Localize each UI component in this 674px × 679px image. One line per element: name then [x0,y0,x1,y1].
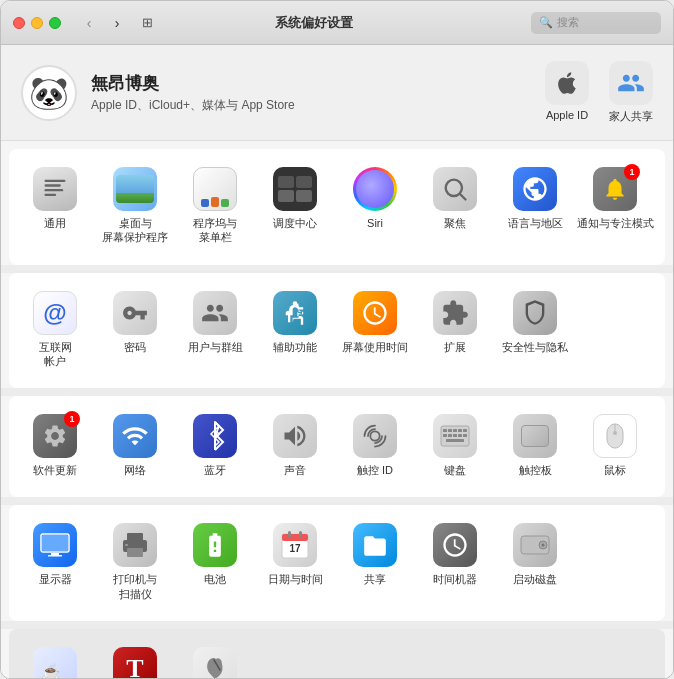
desktop-item[interactable]: 桌面与屏幕保护程序 [97,159,173,251]
software-update-item[interactable]: 1 软件更新 [17,406,93,483]
ntfs-icon: T [113,647,157,678]
mission-control-label: 调度中心 [273,216,317,230]
sharing-item[interactable]: 共享 [337,515,413,607]
siri-item[interactable]: Siri [337,159,413,251]
sound-item[interactable]: 声音 [257,406,333,483]
apple-id-label: Apple ID [546,109,588,121]
keyboard-label: 键盘 [444,463,466,477]
family-sharing-button[interactable]: 家人共享 [609,61,653,124]
svg-rect-27 [127,533,143,541]
search-bar[interactable]: 🔍 搜索 [531,12,661,34]
mission-control-item[interactable]: 调度中心 [257,159,333,251]
accessibility-label: 辅助功能 [273,340,317,354]
startup-item[interactable]: 启动磁盘 [497,515,573,607]
apple-id-button[interactable]: Apple ID [545,61,589,124]
security-label: 安全性与隐私 [502,340,568,354]
system-preferences-window: ‹ › ⊞ 系统偏好设置 🔍 搜索 🐼 無昂博奥 Apple ID、iCloud… [0,0,674,679]
section-3: 1 软件更新 网络 [9,396,665,497]
third-party-grid: ☕ Java T MicrosoftNTFS by Tuxera [17,633,657,678]
battery-item[interactable]: 电池 [177,515,253,607]
password-item[interactable]: 密码 [97,283,173,375]
language-label: 语言与地区 [508,216,563,230]
svg-rect-14 [463,429,467,432]
display-item[interactable]: 显示器 [17,515,93,607]
section-3-grid: 1 软件更新 网络 [17,400,657,489]
svg-line-5 [460,194,465,199]
timemachine-item[interactable]: 时间机器 [417,515,493,607]
language-icon [513,167,557,211]
svg-text:☕: ☕ [41,662,62,678]
third-party-section: ☕ Java T MicrosoftNTFS by Tuxera [9,629,665,678]
ntfs-item[interactable]: T MicrosoftNTFS by Tuxera [97,639,173,678]
password-label: 密码 [124,340,146,354]
users-item[interactable]: 用户与群组 [177,283,253,375]
spotlight-label: 聚焦 [444,216,466,230]
svg-rect-17 [453,434,457,437]
maximize-button[interactable] [49,17,61,29]
screentime-item[interactable]: 屏幕使用时间 [337,283,413,375]
avatar-emoji: 🐼 [29,74,69,112]
svg-rect-20 [446,439,464,442]
svg-rect-30 [125,544,128,546]
notifications-item[interactable]: 1 通知与专注模式 [577,159,653,251]
extensions-item[interactable]: 扩展 [417,283,493,375]
minimize-button[interactable] [31,17,43,29]
notifications-icon: 1 [593,167,637,211]
software-update-label: 软件更新 [33,463,77,477]
close-button[interactable] [13,17,25,29]
svg-rect-16 [448,434,452,437]
general-label: 通用 [44,216,66,230]
section-2-grid: @ 互联网帐户 密码 [17,277,657,381]
svg-rect-32 [282,534,308,541]
network-item[interactable]: 网络 [97,406,173,483]
desktop-icon [113,167,157,211]
svg-rect-34 [299,531,302,537]
accessibility-item[interactable]: 辅助功能 [257,283,333,375]
sharing-icon [353,523,397,567]
svg-rect-24 [42,535,68,551]
user-name: 無昂博奥 [91,72,545,95]
software-update-icon: 1 [33,414,77,458]
user-info: 無昂博奥 Apple ID、iCloud+、媒体与 App Store [91,72,545,114]
general-item[interactable]: 通用 [17,159,93,251]
user-subtitle: Apple ID、iCloud+、媒体与 App Store [91,97,545,114]
siri-icon [353,167,397,211]
user-actions: Apple ID 家人共享 [545,61,653,124]
family-sharing-icon [609,61,653,105]
extensions-icon [433,291,477,335]
datetime-item[interactable]: 17 日期与时间 [257,515,333,607]
trackpad-icon [513,414,557,458]
sound-icon [273,414,317,458]
timemachine-icon [433,523,477,567]
svg-rect-0 [45,180,66,182]
section-2: @ 互联网帐户 密码 [9,273,665,389]
network-label: 网络 [124,463,146,477]
datetime-icon: 17 [273,523,317,567]
touchid-item[interactable]: 触控 ID [337,406,413,483]
mysql-item[interactable]: MySQL [177,639,253,678]
startup-label: 启动磁盘 [513,572,557,586]
security-item[interactable]: 安全性与隐私 [497,283,573,375]
trackpad-item[interactable]: 触控板 [497,406,573,483]
java-item[interactable]: ☕ Java [17,639,93,678]
dock-item[interactable]: 程序坞与菜单栏 [177,159,253,251]
internet-icon: @ [33,291,77,335]
datetime-label: 日期与时间 [268,572,323,586]
touchid-icon [353,414,397,458]
language-item[interactable]: 语言与地区 [497,159,573,251]
keyboard-item[interactable]: 键盘 [417,406,493,483]
mouse-item[interactable]: 鼠标 [577,406,653,483]
printer-item[interactable]: 打印机与扫描仪 [97,515,173,607]
screentime-icon [353,291,397,335]
divider-2 [1,388,673,396]
bluetooth-item[interactable]: 蓝牙 [177,406,253,483]
users-icon [193,291,237,335]
divider-4 [1,621,673,629]
spotlight-item[interactable]: 聚焦 [417,159,493,251]
security-icon [513,291,557,335]
general-icon [33,167,77,211]
traffic-lights [13,17,61,29]
internet-item[interactable]: @ 互联网帐户 [17,283,93,375]
bluetooth-icon [193,414,237,458]
svg-rect-10 [443,429,447,432]
